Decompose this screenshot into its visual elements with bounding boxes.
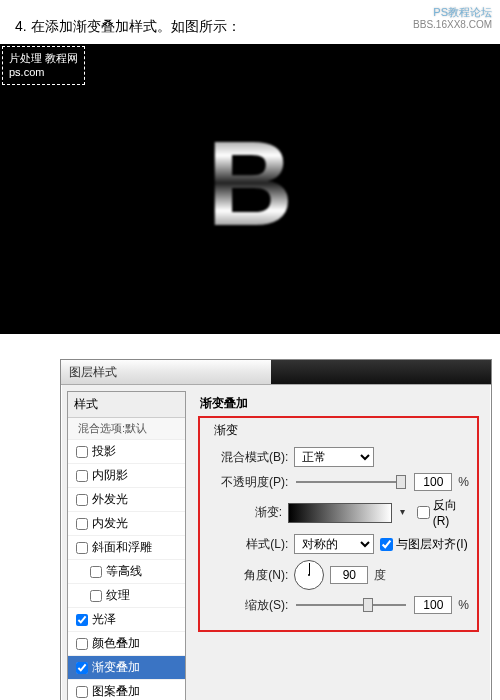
gradient-label: 渐变: (208, 504, 282, 521)
section-title: 渐变叠加 (198, 393, 479, 416)
style-checkbox[interactable] (76, 470, 88, 482)
style-item-label: 渐变叠加 (92, 659, 140, 676)
opacity-value[interactable] (414, 473, 452, 491)
angle-unit: 度 (374, 567, 386, 584)
style-item-6[interactable]: 纹理 (68, 584, 185, 608)
watermark-line1: 片处理 教程网 (9, 51, 78, 65)
reverse-label: 反向(R) (433, 497, 469, 528)
scale-value[interactable] (414, 596, 452, 614)
watermark: 片处理 教程网 ps.com (2, 46, 85, 85)
opacity-slider[interactable] (296, 481, 406, 483)
style-item-label: 纹理 (106, 587, 130, 604)
style-checkbox[interactable] (76, 686, 88, 698)
page-brand: PS教程论坛 BBS.16XX8.COM (413, 6, 492, 31)
gradient-group: 渐变 混合模式(B): 正常 不透明度(P): % 渐变 (198, 416, 479, 632)
scale-unit: % (458, 598, 469, 612)
style-item-5[interactable]: 等高线 (68, 560, 185, 584)
styles-list: 样式 混合选项:默认 投影内阴影外发光内发光斜面和浮雕等高线纹理光泽颜色叠加渐变… (67, 391, 186, 700)
style-item-4[interactable]: 斜面和浮雕 (68, 536, 185, 560)
style-item-label: 光泽 (92, 611, 116, 628)
style-checkbox[interactable] (76, 638, 88, 650)
scale-label: 缩放(S): (208, 597, 288, 614)
dialog-title: 图层样式 (69, 364, 117, 381)
style-item-10[interactable]: 图案叠加 (68, 680, 185, 700)
style-item-1[interactable]: 内阴影 (68, 464, 185, 488)
opacity-label: 不透明度(P): (208, 474, 288, 491)
style-checkbox[interactable] (90, 566, 102, 578)
angle-label: 角度(N): (208, 567, 288, 584)
style-item-label: 内阴影 (92, 467, 128, 484)
style-settings-panel: 渐变叠加 渐变 混合模式(B): 正常 不透明度(P): % (192, 391, 485, 700)
style-item-3[interactable]: 内发光 (68, 512, 185, 536)
blend-default[interactable]: 混合选项:默认 (68, 418, 185, 440)
angle-value[interactable] (330, 566, 368, 584)
style-item-8[interactable]: 颜色叠加 (68, 632, 185, 656)
blend-mode-label: 混合模式(B): (208, 449, 288, 466)
reverse-checkbox[interactable] (417, 506, 430, 519)
align-label: 与图层对齐(I) (396, 536, 467, 553)
align-checkbox[interactable] (380, 538, 393, 551)
style-item-label: 图案叠加 (92, 683, 140, 700)
style-checkbox[interactable] (76, 518, 88, 530)
style-checkbox[interactable] (76, 542, 88, 554)
step-text: 4. 在添加渐变叠加样式。如图所示： (15, 18, 241, 34)
style-item-7[interactable]: 光泽 (68, 608, 185, 632)
opacity-unit: % (458, 475, 469, 489)
style-checkbox[interactable] (76, 446, 88, 458)
style-item-label: 等高线 (106, 563, 142, 580)
style-checkbox[interactable] (90, 590, 102, 602)
style-item-2[interactable]: 外发光 (68, 488, 185, 512)
style-checkbox[interactable] (76, 614, 88, 626)
dialog-titlebar[interactable]: 图层样式 (61, 360, 491, 385)
style-item-label: 外发光 (92, 491, 128, 508)
brand-line2: BBS.16XX8.COM (413, 19, 492, 31)
preview-canvas: 片处理 教程网 ps.com B (0, 44, 500, 334)
style-item-label: 斜面和浮雕 (92, 539, 152, 556)
style-checkbox[interactable] (76, 662, 88, 674)
style-item-0[interactable]: 投影 (68, 440, 185, 464)
scale-slider[interactable] (296, 604, 406, 606)
brand-line1: PS教程论坛 (413, 6, 492, 19)
style-item-label: 内发光 (92, 515, 128, 532)
gradient-swatch[interactable] (288, 503, 392, 523)
preview-letter: B (207, 114, 294, 252)
angle-dial[interactable] (294, 560, 324, 590)
style-item-label: 颜色叠加 (92, 635, 140, 652)
style-item-label: 投影 (92, 443, 116, 460)
style-item-9[interactable]: 渐变叠加 (68, 656, 185, 680)
watermark-line2: ps.com (9, 65, 78, 79)
style-label: 样式(L): (208, 536, 288, 553)
group-title: 渐变 (210, 422, 242, 439)
style-select[interactable]: 对称的 (294, 534, 374, 554)
layer-style-dialog: 图层样式 样式 混合选项:默认 投影内阴影外发光内发光斜面和浮雕等高线纹理光泽颜… (60, 359, 492, 700)
styles-header: 样式 (68, 392, 185, 418)
style-checkbox[interactable] (76, 494, 88, 506)
blend-mode-select[interactable]: 正常 (294, 447, 374, 467)
